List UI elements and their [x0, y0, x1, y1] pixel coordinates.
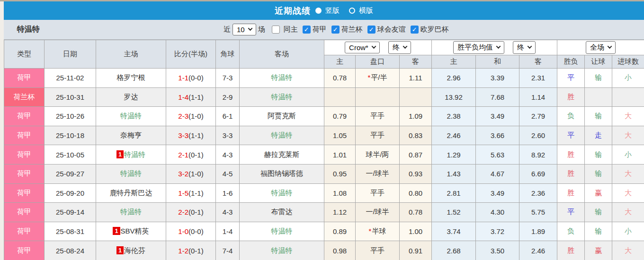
league-label-3: 欧罗巴杯 [420, 25, 449, 34]
league-badge: 荷甲 [4, 107, 45, 126]
header-odds-away: 客 [400, 55, 432, 69]
avg-draw: 5.63 [476, 145, 519, 165]
away-team: 福图纳锡塔德 [240, 164, 324, 183]
table-row: 荷甲25-10-26特温特2-3(1-0)6-1阿贾克斯0.79平手1.092.… [4, 107, 644, 126]
radio-selected-icon[interactable] [315, 8, 322, 14]
league-checkbox-0[interactable]: ✓ [303, 26, 311, 34]
avg-home: 2.46 [432, 126, 476, 145]
red-card-count: 1 [113, 227, 120, 235]
header-avg-draw: 和 [476, 55, 519, 69]
header-avg-home: 主 [432, 55, 476, 69]
table-row: 荷甲25-11-02格罗宁根1-1(0-0)7-3特温特0.78*平/半1.11… [4, 69, 644, 88]
same-home-checkbox[interactable] [272, 26, 280, 34]
odds-away: 0.93 [400, 164, 432, 183]
header-avg-away: 客 [519, 55, 557, 69]
radio-unselected-icon[interactable] [349, 8, 355, 14]
away-team: 特温特 [240, 69, 324, 88]
result-handicap: 走 [585, 126, 612, 145]
result-wdl: 平 [557, 126, 585, 145]
result-goals: 大 [612, 107, 644, 126]
odds-home [324, 87, 356, 107]
odds-away [400, 87, 432, 107]
odds-home: 1.12 [324, 203, 356, 222]
league-badge: 荷甲 [4, 183, 45, 203]
avg-draw: 3.39 [476, 69, 519, 88]
avg-home: 2.81 [432, 183, 476, 203]
panel-title: 近期战绩 [275, 5, 311, 17]
home-team: 特温特 [96, 203, 166, 222]
avg-away: 6.69 [519, 164, 557, 183]
avg-type-select[interactable]: 胜平负均值 [453, 41, 504, 54]
score: 1-1(0-0) [166, 69, 216, 88]
chevron-down-icon [496, 44, 501, 49]
home-team: 1特温特 [96, 145, 166, 165]
table-row: 荷甲25-08-311SBV精英1-0(0-0)1-4特温特0.89*半球1.0… [4, 222, 644, 241]
result-handicap [585, 87, 612, 107]
odds-company-select[interactable]: Crow* [345, 42, 380, 53]
radio-vertical-label[interactable]: 竖版 [325, 6, 340, 15]
header-home: 主场 [96, 40, 166, 69]
chevron-down-icon [608, 44, 612, 49]
odds-home: 1.05 [324, 126, 356, 145]
avg-home: 3.74 [432, 222, 476, 241]
chevron-down-icon [371, 44, 376, 49]
away-team: 特温特 [240, 87, 324, 107]
odds-home: 0.79 [324, 107, 356, 126]
away-team: 赫拉克莱斯 [240, 145, 324, 165]
table-row: 荷兰杯25-10-31罗达1-4(1-1)2-9特温特13.927.681.14… [4, 87, 644, 107]
corner-score: 3-3 [216, 126, 240, 145]
odds-line: 一/球半 [356, 203, 400, 222]
avg-draw: 3.72 [476, 222, 519, 241]
result-wdl: 胜 [557, 164, 585, 183]
match-count-select[interactable]: 10 [233, 24, 256, 35]
avg-away: 2.60 [519, 126, 557, 145]
recent-results-panel: 近期战绩 竖版 横版 特温特 近 10 场 同主 ✓ 荷甲 ✓ 荷兰杯 ✓ 球会… [4, 1, 644, 260]
avg-home: 1.52 [432, 203, 476, 222]
corner-score: 4-3 [216, 203, 240, 222]
result-handicap: 输 [585, 222, 612, 241]
odds-home: 0.89 [324, 222, 356, 241]
odds-home: 0.95 [324, 164, 356, 183]
result-wdl: 负 [557, 107, 585, 126]
header-score: 比分(半场) [166, 40, 216, 69]
result-scope-select[interactable]: 全场 [586, 41, 616, 54]
odds-away: 0.80 [400, 183, 432, 203]
header-goals: 进球数 [612, 55, 644, 69]
corner-score: 4-3 [216, 145, 240, 165]
result-goals: 大 [612, 126, 644, 145]
corner-score: 6-1 [216, 107, 240, 126]
league-checkbox-2[interactable]: ✓ [367, 26, 376, 34]
league-checkbox-3[interactable]: ✓ [411, 26, 419, 34]
avg-time-select[interactable]: 终 [513, 41, 536, 54]
league-badge: 荷甲 [4, 126, 45, 145]
avg-home: 2.68 [432, 241, 476, 260]
corner-score: 1-6 [216, 183, 240, 203]
avg-home: 2.96 [432, 69, 476, 88]
result-wdl: 胜 [557, 87, 585, 107]
match-date: 25-11-02 [45, 69, 96, 88]
avg-home: 13.92 [432, 87, 476, 107]
odds-time-select[interactable]: 终 [388, 41, 411, 54]
table-row: 荷甲25-09-27特温特3-2(1-0)4-5福图纳锡塔德0.95一/球半0.… [4, 164, 644, 183]
match-date: 25-09-14 [45, 203, 96, 222]
match-date: 25-10-18 [45, 126, 96, 145]
avg-dropdown-cell: 胜平负均值 终 [432, 40, 557, 55]
table-row: 荷甲25-10-18奈梅亨3-3(1-1)3-3特温特1.05平手0.832.4… [4, 126, 644, 145]
league-badge: 荷甲 [4, 164, 45, 183]
score: 1-4(1-1) [166, 87, 216, 107]
corner-score: 7-4 [216, 241, 240, 260]
result-handicap: 输 [585, 69, 612, 88]
header-type: 类型 [4, 40, 45, 69]
league-checkbox-1[interactable]: ✓ [331, 26, 340, 34]
odds-home: 0.78 [324, 69, 356, 88]
filter-bar: 特温特 近 10 场 同主 ✓ 荷甲 ✓ 荷兰杯 ✓ 球会友谊 ✓ 欧罗巴杯 [4, 20, 644, 40]
odds-away: 0.87 [400, 145, 432, 165]
radio-horizontal-label[interactable]: 横版 [359, 6, 373, 15]
table-row: 荷甲25-09-14特温特2-2(0-1)4-3布雷达1.12一/球半0.781… [4, 203, 644, 222]
score: 3-2(1-0) [166, 164, 216, 183]
avg-away: 5.75 [519, 203, 557, 222]
score: 1-5(1-1) [166, 183, 216, 203]
score: 2-2(0-1) [166, 203, 216, 222]
avg-draw: 4.30 [476, 203, 519, 222]
avg-away: 8.92 [519, 145, 557, 165]
